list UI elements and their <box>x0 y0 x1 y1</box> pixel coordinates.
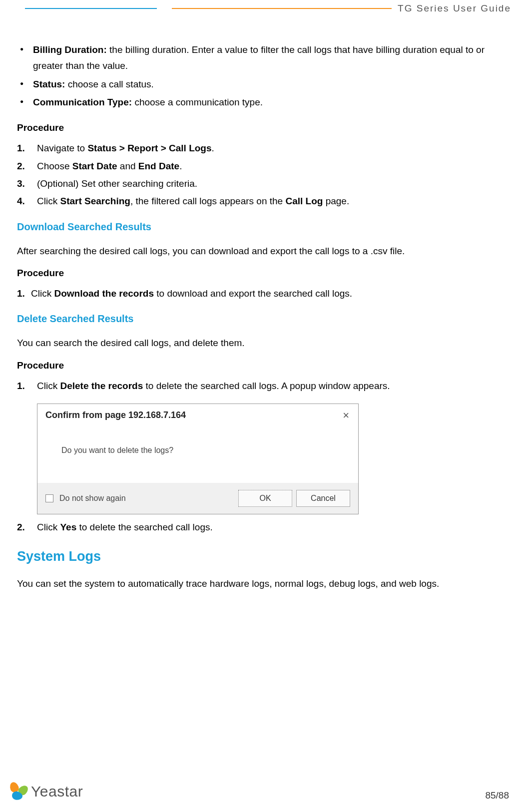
procedure-list: 1. Click Download the records to downloa… <box>17 286 509 301</box>
comm-type-text: choose a communication type. <box>132 97 263 107</box>
step-text: Navigate to <box>37 143 87 153</box>
system-logs-paragraph: You can set the system to automatically … <box>17 576 509 591</box>
close-icon[interactable]: × <box>341 410 351 421</box>
step-text: (Optional) Set other searching criteria. <box>37 178 197 189</box>
procedure-label: Procedure <box>17 122 509 133</box>
header-title: TG Series User Guide <box>398 3 511 14</box>
list-item: 1. Navigate to Status > Report > Call Lo… <box>17 140 509 156</box>
download-paragraph: After searching the desired call logs, y… <box>17 244 509 259</box>
page-header: TG Series User Guide <box>0 0 526 14</box>
delete-paragraph: You can search the desired call logs, an… <box>17 336 509 351</box>
procedure-list: 1. Click Delete the records to delete th… <box>17 378 509 394</box>
procedure-label: Procedure <box>17 360 509 371</box>
dialog-title: Confirm from page 192.168.7.164 <box>45 410 341 420</box>
step-number: 1. <box>17 140 25 156</box>
list-item: 1. Click Delete the records to delete th… <box>17 378 509 394</box>
nav-path: Status > Report > Call Logs <box>87 143 211 153</box>
status-label: Status: <box>33 79 65 89</box>
cancel-button[interactable]: Cancel <box>296 490 350 507</box>
step-number: 1. <box>17 286 25 301</box>
procedure-list-continued: 2. Click Yes to delete the searched call… <box>17 519 509 535</box>
confirm-dialog-figure: Confirm from page 192.168.7.164 × Do you… <box>37 404 359 514</box>
list-item: Status: choose a call status. <box>17 76 509 92</box>
list-item: 2. Click Yes to delete the searched call… <box>17 519 509 535</box>
page-footer: Yeastar 85/88 <box>0 782 526 812</box>
billing-duration-label: Billing Duration: <box>33 44 107 55</box>
list-item: 1. Click Download the records to downloa… <box>17 286 509 301</box>
step-number: 1. <box>17 378 25 394</box>
comm-type-label: Communication Type: <box>33 97 132 107</box>
delete-heading: Delete Searched Results <box>17 313 509 325</box>
list-item: 4. Click Start Searching, the filtered c… <box>17 193 509 209</box>
list-item: 3. (Optional) Set other searching criter… <box>17 176 509 191</box>
yeastar-logo-text: Yeastar <box>31 783 83 800</box>
header-rule-blue <box>25 8 157 9</box>
checkbox-label: Do not show again <box>59 494 126 503</box>
checkbox-icon[interactable] <box>45 494 53 502</box>
list-item: 2. Choose Start Date and End Date. <box>17 158 509 174</box>
yeastar-logo: Yeastar <box>9 782 83 801</box>
step-number: 2. <box>17 519 25 535</box>
dialog-message: Do you want to delete the logs? <box>37 426 358 483</box>
step-number: 3. <box>17 176 25 191</box>
page-number: 85/88 <box>485 790 509 801</box>
procedure-list: 1. Navigate to Status > Report > Call Lo… <box>17 140 509 209</box>
do-not-show-again-checkbox[interactable]: Do not show again <box>45 494 234 503</box>
ok-button[interactable]: OK <box>238 490 292 507</box>
dialog-footer: Do not show again OK Cancel <box>37 483 358 514</box>
list-item: Communication Type: choose a communicati… <box>17 94 509 110</box>
system-logs-heading: System Logs <box>17 549 509 564</box>
filter-fields-list: Billing Duration: the billing duration. … <box>17 42 509 110</box>
yeastar-logo-icon <box>9 782 28 801</box>
step-number: 4. <box>17 193 25 209</box>
status-text: choose a call status. <box>65 79 153 89</box>
download-heading: Download Searched Results <box>17 221 509 233</box>
step-number: 2. <box>17 158 25 174</box>
header-rule-orange <box>172 8 392 9</box>
list-item: Billing Duration: the billing duration. … <box>17 42 509 74</box>
procedure-label: Procedure <box>17 268 509 279</box>
confirm-dialog: Confirm from page 192.168.7.164 × Do you… <box>37 404 359 514</box>
